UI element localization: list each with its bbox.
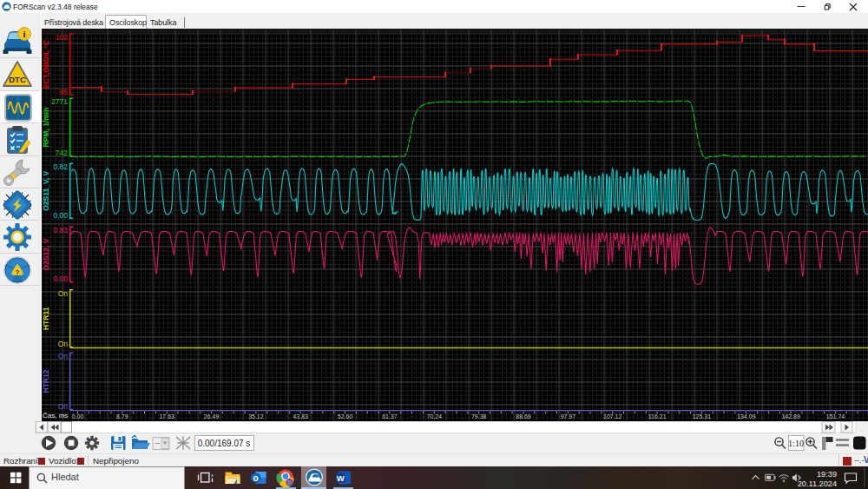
svg-text:88.69: 88.69 [516, 413, 531, 420]
svg-text:742: 742 [56, 149, 68, 157]
svg-text:0.00: 0.00 [53, 274, 68, 283]
svg-text:HTR11: HTR11 [42, 307, 50, 330]
svg-text:70.24: 70.24 [427, 413, 443, 420]
svg-text:0.82: 0.82 [53, 162, 68, 171]
svg-text:102: 102 [56, 33, 68, 42]
svg-text:W: W [337, 473, 345, 483]
svg-text:43.83: 43.83 [293, 413, 308, 420]
svg-text:On: On [58, 289, 69, 298]
svg-text:61.37: 61.37 [382, 413, 398, 420]
svg-text:26.49: 26.49 [204, 413, 220, 420]
svg-text:0.00: 0.00 [53, 211, 68, 220]
svg-text:i: i [23, 29, 25, 39]
svg-text:0.00/169.07 s: 0.00/169.07 s [198, 439, 251, 448]
svg-text:o: o [253, 473, 258, 483]
svg-text:97.97: 97.97 [561, 413, 576, 420]
svg-text:0.00: 0.00 [72, 413, 84, 420]
svg-text:79.38: 79.38 [471, 413, 487, 420]
svg-text:RPM, 1/min: RPM, 1/min [42, 108, 50, 148]
svg-text:?: ? [16, 268, 20, 275]
svg-text:DTC: DTC [9, 75, 26, 84]
svg-text:107.12: 107.12 [603, 413, 622, 420]
svg-text:ECT,OBDII, °C: ECT,OBDII, °C [42, 40, 50, 89]
svg-text:On: On [58, 340, 69, 348]
svg-text:O2S11_V, V: O2S11_V, V [42, 170, 50, 210]
svg-text:151.74: 151.74 [826, 413, 845, 420]
svg-text:O2S12, V: O2S12, V [42, 238, 50, 270]
svg-text:20.11.2024: 20.11.2024 [798, 479, 837, 488]
svg-text:134.09: 134.09 [737, 413, 756, 420]
svg-text:35.12: 35.12 [248, 413, 264, 420]
svg-text:8.79: 8.79 [116, 413, 128, 420]
svg-text:19:39: 19:39 [817, 470, 837, 479]
svg-text:Čas, ms: Čas, ms [43, 412, 68, 420]
svg-text:HTR12: HTR12 [42, 369, 50, 393]
svg-text:0.83: 0.83 [53, 226, 68, 235]
svg-text:142.89: 142.89 [781, 413, 800, 420]
svg-text:1:10: 1:10 [788, 439, 804, 448]
svg-text:116.21: 116.21 [648, 413, 667, 420]
svg-text:17.63: 17.63 [159, 413, 174, 420]
svg-text:On: On [58, 402, 69, 411]
svg-text:52.60: 52.60 [338, 413, 353, 420]
svg-text:2771: 2771 [51, 97, 68, 106]
svg-text:On: On [58, 352, 69, 360]
svg-text:125.31: 125.31 [693, 413, 712, 420]
svg-text:85: 85 [60, 88, 69, 96]
